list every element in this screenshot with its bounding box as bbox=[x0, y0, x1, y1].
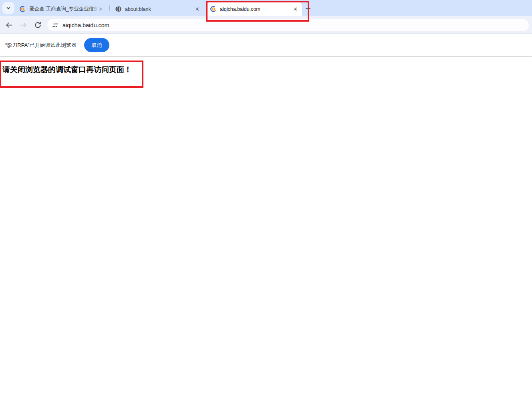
tab-aiqicha-home[interactable]: 爱企查-工商查询_专业企业信息 bbox=[15, 2, 107, 16]
new-tab-button[interactable] bbox=[303, 3, 313, 13]
reload-icon bbox=[34, 21, 42, 29]
tune-icon[interactable] bbox=[52, 22, 59, 29]
infobar-message: “影刀RPA”已开始调试此浏览器 bbox=[5, 42, 76, 49]
close-icon[interactable] bbox=[292, 6, 299, 12]
chevron-down-icon bbox=[6, 5, 11, 11]
reload-button[interactable] bbox=[33, 20, 43, 30]
forward-button[interactable] bbox=[18, 20, 28, 30]
url-text: aiqicha.baidu.com bbox=[62, 22, 109, 28]
tab-title: about:blank bbox=[125, 6, 194, 12]
new-tab-plus-icon bbox=[305, 5, 311, 12]
cancel-button[interactable]: 取消 bbox=[84, 38, 109, 52]
tab-title: aiqicha.baidu.com bbox=[220, 6, 292, 12]
forward-arrow-icon bbox=[19, 21, 28, 29]
aiqicha-logo-icon bbox=[19, 6, 26, 12]
tab-aiqicha-active[interactable]: aiqicha.baidu.com bbox=[206, 2, 302, 16]
address-bar[interactable]: aiqicha.baidu.com bbox=[47, 19, 529, 31]
back-arrow-icon bbox=[5, 21, 13, 29]
tab-title: 爱企查-工商查询_专业企业信息 bbox=[29, 6, 97, 12]
browser-window: 爱企查-工商查询_专业企业信息 about:blank bbox=[0, 0, 532, 420]
tab-separator bbox=[109, 5, 110, 11]
globe-icon bbox=[115, 6, 122, 12]
tab-strip: 爱企查-工商查询_专业企业信息 about:blank bbox=[0, 0, 532, 16]
page-heading: 请关闭浏览器的调试窗口再访问页面！ bbox=[2, 65, 132, 75]
tab-about-blank[interactable]: about:blank bbox=[111, 2, 204, 16]
tab-search-button[interactable] bbox=[2, 2, 14, 14]
close-icon[interactable] bbox=[194, 6, 201, 12]
debug-infobar: “影刀RPA”已开始调试此浏览器 取消 bbox=[0, 34, 532, 57]
aiqicha-logo-icon bbox=[210, 6, 217, 12]
tab-title-fade bbox=[94, 2, 107, 16]
back-button[interactable] bbox=[4, 20, 14, 30]
page-content: 请关闭浏览器的调试窗口再访问页面！ bbox=[0, 57, 532, 420]
